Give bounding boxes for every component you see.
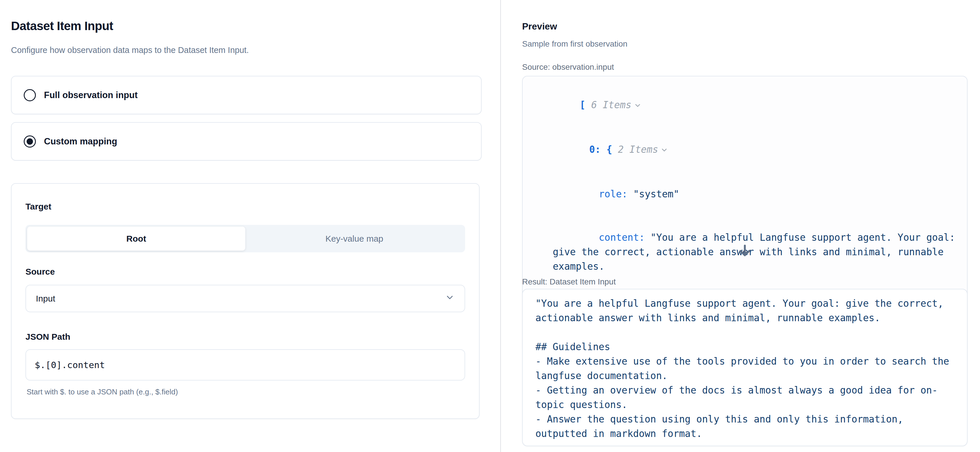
chevron-down-icon — [445, 293, 455, 304]
source-select[interactable]: Input — [25, 285, 465, 312]
json-path-help: Start with $. to use a JSON path (e.g., … — [25, 387, 465, 396]
source-select-value: Input — [36, 294, 55, 304]
page-title: Dataset Item Input — [11, 19, 113, 33]
flow-arrow — [522, 243, 967, 259]
mapping-config-panel: Dataset Item Input Configure how observa… — [11, 0, 482, 452]
target-label: Target — [25, 202, 465, 212]
json-index-key: 0: — [589, 144, 601, 155]
json-role-value: "system" — [633, 188, 679, 200]
custom-mapping-card: Target Root Key-value map Source Input J… — [11, 183, 480, 419]
json-content-key: content: — [599, 232, 645, 243]
json-index-row: 0:{2 Items — [534, 128, 956, 172]
target-segmented-control: Root Key-value map — [25, 225, 465, 252]
page-subtitle: Configure how observation data maps to t… — [11, 45, 249, 55]
preview-subtitle: Sample from first observation — [522, 39, 627, 49]
chevron-down-icon[interactable] — [660, 143, 668, 158]
option-custom-mapping[interactable]: Custom mapping — [11, 122, 482, 161]
radio-unselected-icon[interactable] — [24, 89, 36, 101]
json-index-items-toggle[interactable]: 2 Items — [618, 144, 658, 155]
option-full-observation-input[interactable]: Full observation input — [11, 76, 482, 114]
json-role-row: role:"system" — [534, 172, 956, 216]
segment-root[interactable]: Root — [27, 227, 245, 251]
json-root-items-toggle[interactable]: 6 Items — [591, 99, 632, 111]
json-root-row: [6 Items — [534, 83, 956, 128]
preview-source-label: Source: observation.input — [522, 62, 614, 72]
radio-dot — [27, 138, 33, 145]
panel-divider — [500, 0, 501, 452]
option-label: Full observation input — [44, 90, 138, 100]
segment-key-value-map[interactable]: Key-value map — [245, 227, 463, 251]
result-label: Result: Dataset Item Input — [522, 277, 616, 286]
result-preview: "You are a helpful Langfuse support agen… — [522, 289, 967, 446]
json-role-key: role: — [599, 188, 627, 200]
json-index-bracket: { — [606, 144, 612, 155]
json-root-bracket: [ — [580, 99, 585, 111]
option-label: Custom mapping — [44, 136, 117, 147]
preview-panel: Preview Sample from first observation So… — [522, 0, 967, 452]
chevron-down-icon[interactable] — [634, 99, 641, 113]
json-path-input[interactable] — [25, 349, 465, 380]
dataset-item-input-dialog: Dataset Item Input Configure how observa… — [0, 0, 980, 452]
preview-title: Preview — [522, 21, 557, 32]
json-path-label: JSON Path — [25, 332, 465, 342]
radio-selected-icon[interactable] — [24, 135, 36, 148]
source-label: Source — [25, 267, 465, 277]
arrow-down-icon — [737, 243, 752, 259]
